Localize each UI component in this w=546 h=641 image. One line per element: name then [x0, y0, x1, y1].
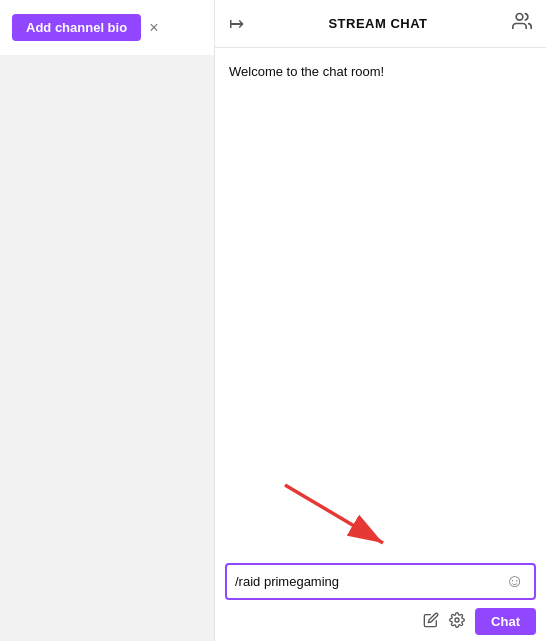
- collapse-chat-icon[interactable]: ↦: [229, 13, 244, 35]
- arrow-annotation-container: [215, 475, 546, 555]
- chat-input-wrapper: ☺: [225, 563, 536, 600]
- left-panel: Add channel bio ×: [0, 0, 215, 641]
- chat-panel: ↦ STREAM CHAT Welcome to the chat room!: [215, 0, 546, 641]
- emoji-button[interactable]: ☺: [504, 571, 526, 592]
- svg-point-3: [455, 618, 459, 622]
- close-left-panel-button[interactable]: ×: [149, 20, 158, 36]
- users-icon[interactable]: [512, 11, 532, 36]
- chat-messages-area: Welcome to the chat room!: [215, 48, 546, 475]
- chat-input-area: ☺ Chat: [215, 555, 546, 641]
- send-chat-button[interactable]: Chat: [475, 608, 536, 635]
- left-panel-top: Add channel bio ×: [0, 0, 214, 55]
- left-panel-content: [0, 55, 214, 641]
- chat-text-input[interactable]: [235, 574, 504, 589]
- settings-icon[interactable]: [449, 612, 465, 632]
- add-channel-bio-button[interactable]: Add channel bio: [12, 14, 141, 41]
- edit-icon[interactable]: [423, 612, 439, 632]
- chat-action-bar: Chat: [225, 608, 536, 635]
- red-arrow-annotation: [215, 475, 546, 555]
- welcome-message: Welcome to the chat room!: [229, 64, 384, 79]
- chat-header: ↦ STREAM CHAT: [215, 0, 546, 48]
- svg-point-0: [516, 14, 523, 21]
- chat-header-title: STREAM CHAT: [328, 16, 427, 31]
- svg-line-2: [285, 485, 383, 543]
